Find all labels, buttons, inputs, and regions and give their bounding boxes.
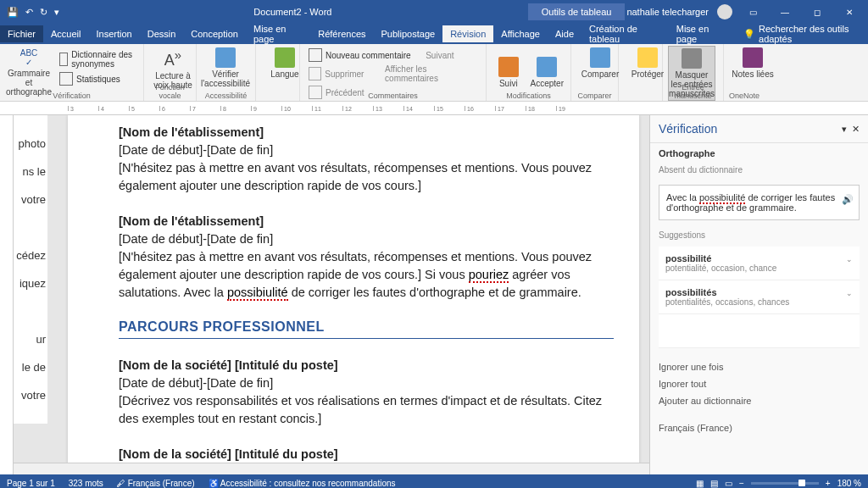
redo-icon[interactable]: ↻	[40, 7, 47, 18]
tab-home[interactable]: Accueil	[43, 25, 88, 42]
zoom-level[interactable]: 180 %	[837, 479, 861, 488]
proofing-language[interactable]: Français (France)	[659, 419, 860, 436]
view-read-icon[interactable]: ▦	[696, 479, 704, 488]
tab-references[interactable]: Références	[310, 25, 373, 42]
search-placeholder: Rechercher des outils adaptés	[759, 24, 868, 44]
group-label-proofing: Vérification	[0, 92, 143, 100]
ignore-all-button[interactable]: Ignorer tout	[659, 375, 860, 392]
read-aloud-icon[interactable]: 🔊	[842, 194, 854, 205]
tab-help[interactable]: Aide	[548, 25, 581, 42]
horizontal-ruler[interactable]: 345678910111213141516171819	[0, 102, 868, 115]
delete-comment-button: Supprimer Afficher les commentaires	[305, 64, 481, 84]
save-icon[interactable]: 💾	[7, 7, 19, 18]
editor-pane: Vérification ▾ ✕ Orthographe Absent du d…	[649, 115, 868, 474]
user-avatar-icon[interactable]	[717, 4, 732, 19]
zoom-slider[interactable]	[751, 482, 819, 485]
spelling-error-2[interactable]: possibiulité	[227, 286, 288, 301]
ribbon-tabs: Fichier Accueil Insertion Dessin Concept…	[0, 24, 868, 44]
status-accessibility[interactable]: ♿ Accessibilité : consultez nos recomman…	[209, 479, 396, 488]
tab-insert[interactable]: Insertion	[88, 25, 139, 42]
tab-file[interactable]: Fichier	[0, 25, 43, 42]
section-heading: PARCOURS PROFESSIONNEL	[119, 317, 614, 339]
word-count-button[interactable]: Statistiques	[56, 71, 138, 86]
undo-icon[interactable]: ↶	[25, 7, 33, 18]
tab-design[interactable]: Dessin	[140, 25, 184, 42]
linked-notes-button[interactable]: Notes liées	[729, 46, 776, 80]
suggestion-2[interactable]: possibilités potentialités, occasions, c…	[659, 280, 860, 314]
tab-review[interactable]: Révision	[442, 25, 493, 42]
close-icon[interactable]: ✕	[837, 0, 861, 24]
view-print-icon[interactable]: ▤	[710, 479, 718, 488]
maximize-icon[interactable]: ◻	[805, 0, 829, 24]
statusbar: Page 1 sur 1 323 mots 🖋 Français (France…	[0, 474, 868, 488]
zoom-out-icon[interactable]: −	[739, 479, 744, 488]
titlebar: 💾 ↶ ↻ ▾ Document2 - Word Outils de table…	[0, 0, 868, 24]
add-to-dictionary-button[interactable]: Ajouter au dictionnaire	[659, 392, 860, 409]
horizontal-scrollbar[interactable]	[14, 463, 649, 474]
pane-close-icon[interactable]: ✕	[852, 124, 860, 135]
new-comment-button[interactable]: Nouveau commentaire Suivant	[305, 47, 481, 63]
pane-subtitle: Orthographe	[650, 143, 868, 164]
chevron-down-icon[interactable]: ⌄	[846, 255, 853, 263]
table-tools-tab[interactable]: Outils de tableau	[528, 3, 626, 20]
ribbon-options-icon[interactable]: ▭	[741, 0, 765, 24]
tab-view[interactable]: Affichage	[493, 25, 548, 42]
pane-options-icon[interactable]: ▾	[842, 124, 847, 135]
document-page[interactable]: [Nom de l'établissement] [Date de début]…	[68, 115, 639, 474]
vertical-ruler[interactable]	[0, 115, 14, 474]
status-page[interactable]: Page 1 sur 1	[7, 479, 55, 488]
ignore-once-button[interactable]: Ignorer une fois	[659, 358, 860, 375]
status-words[interactable]: 323 mots	[69, 479, 103, 488]
compare-button[interactable]: Comparer	[576, 46, 624, 80]
page-fragment-left: photons levotre cédeziquez urle devotre	[14, 115, 47, 424]
document-title: Document2 - Word	[253, 7, 331, 17]
suggestions-label: Suggestions	[650, 224, 868, 247]
chevron-down-icon[interactable]: ⌄	[846, 289, 853, 297]
tab-mailings[interactable]: Publipostage	[374, 25, 443, 42]
status-lang[interactable]: 🖋 Français (France)	[117, 479, 195, 488]
pane-title: Vérification	[659, 122, 842, 136]
thesaurus-button[interactable]: Dictionnaire des synonymes	[56, 49, 138, 69]
accessibility-button[interactable]: Vérifier l'accessibilité	[202, 46, 249, 90]
zoom-in-icon[interactable]: +	[826, 479, 831, 488]
spelling-error-1[interactable]: pouriez	[469, 268, 509, 283]
view-web-icon[interactable]: ▭	[725, 479, 732, 488]
tab-conception[interactable]: Conception	[183, 25, 246, 42]
ribbon: ABC✓ Grammaire et orthographe Dictionnai…	[0, 44, 868, 102]
lightbulb-icon: 💡	[743, 29, 755, 40]
tell-me-search[interactable]: 💡 Rechercher des outils adaptés	[733, 24, 868, 44]
minimize-icon[interactable]: —	[773, 0, 797, 24]
error-sentence-box: Avec la possibiulité de corriger les fau…	[659, 185, 860, 220]
suggestion-1[interactable]: possibilité potentialité, occasion, chan…	[659, 247, 860, 280]
user-name[interactable]: nathalie telecharger	[626, 7, 709, 17]
document-area[interactable]: photons levotre cédeziquez urle devotre …	[0, 115, 649, 474]
pane-note: Absent du dictionnaire	[650, 164, 868, 181]
